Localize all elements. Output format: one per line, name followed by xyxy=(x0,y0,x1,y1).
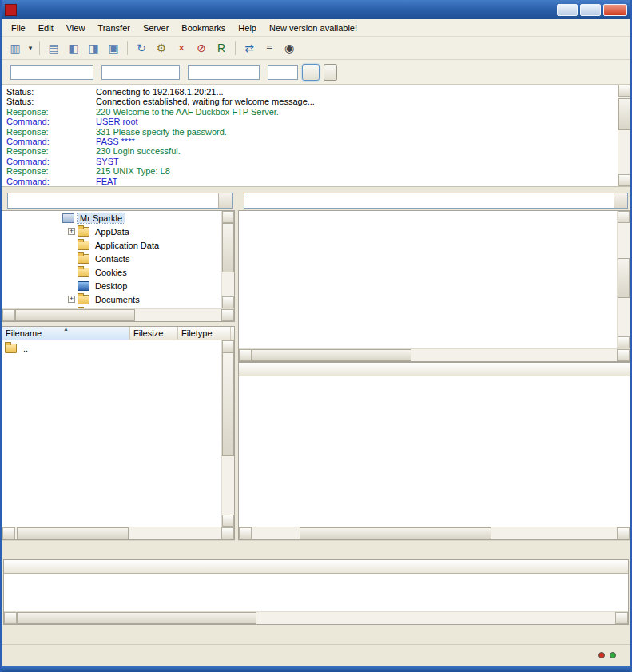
scroll-thumb[interactable] xyxy=(618,258,630,298)
tree-item-label: Cookies xyxy=(93,268,129,277)
scroll-track[interactable] xyxy=(222,223,234,296)
tree-item[interactable]: + AppData xyxy=(2,225,221,238)
scroll-track[interactable] xyxy=(15,527,221,539)
tree-item[interactable]: Contacts xyxy=(2,252,221,265)
quickconnect-button[interactable] xyxy=(302,64,320,81)
local-site-input[interactable] xyxy=(8,193,218,208)
host-input[interactable] xyxy=(10,65,93,80)
local-site-dropdown-icon[interactable] xyxy=(218,193,232,208)
remote-tree-hscrollbar[interactable] xyxy=(239,348,630,361)
remote-tree-toggle-button[interactable]: ◨ xyxy=(84,39,103,57)
scroll-track[interactable] xyxy=(252,349,617,361)
scroll-track[interactable] xyxy=(252,527,617,539)
column-filesize[interactable]: Filesize xyxy=(130,327,178,340)
column-filetype[interactable]: Filetype xyxy=(178,327,231,340)
scroll-thumb[interactable] xyxy=(252,349,411,361)
scroll-left-icon[interactable] xyxy=(239,527,252,539)
close-button[interactable] xyxy=(603,4,627,16)
scroll-thumb[interactable] xyxy=(222,352,234,456)
message-log-toggle-button[interactable]: ▤ xyxy=(44,39,63,57)
scroll-thumb[interactable] xyxy=(300,527,491,539)
local-tree-hscrollbar[interactable] xyxy=(2,308,234,321)
tree-item[interactable]: Desktop xyxy=(2,279,221,292)
scroll-track[interactable] xyxy=(618,97,630,174)
scroll-left-icon[interactable] xyxy=(239,349,252,361)
local-status-text xyxy=(2,540,235,558)
site-manager-button[interactable]: ▥ xyxy=(6,39,25,57)
maximize-button[interactable] xyxy=(580,4,601,16)
port-input[interactable] xyxy=(268,65,298,80)
scroll-track[interactable] xyxy=(222,352,234,515)
scroll-down-icon[interactable] xyxy=(618,336,630,348)
process-queue-button[interactable]: ⚙ xyxy=(152,39,171,57)
column-filename[interactable]: Filename ▲ xyxy=(2,327,130,340)
scroll-down-icon[interactable] xyxy=(618,174,630,186)
menu-bookmarks[interactable]: Bookmarks xyxy=(175,21,232,35)
remote-list-hscrollbar[interactable] xyxy=(239,527,630,539)
scroll-up-icon[interactable] xyxy=(222,340,234,352)
menu-server[interactable]: Server xyxy=(137,21,175,35)
minimize-button[interactable] xyxy=(557,4,578,16)
scroll-up-icon[interactable] xyxy=(618,85,630,97)
tree-item[interactable]: Mr Sparkle xyxy=(2,211,221,225)
menu-help[interactable]: Help xyxy=(232,21,263,35)
log-label: Response: xyxy=(6,127,96,137)
scroll-thumb[interactable] xyxy=(15,309,135,321)
find-files-button[interactable]: ◉ xyxy=(280,39,299,57)
local-list-vscrollbar[interactable] xyxy=(221,340,234,527)
reconnect-button[interactable]: R xyxy=(212,39,231,57)
menu-transfer[interactable]: Transfer xyxy=(91,21,137,35)
scroll-right-icon[interactable] xyxy=(221,527,234,539)
local-tree-toggle-button[interactable]: ◧ xyxy=(64,39,83,57)
scroll-right-icon[interactable] xyxy=(617,349,630,361)
expander-icon[interactable]: + xyxy=(68,296,75,303)
tree-item[interactable]: Application Data xyxy=(2,238,221,252)
scroll-track[interactable] xyxy=(618,223,630,336)
menu-edit[interactable]: Edit xyxy=(32,21,60,35)
scroll-thumb[interactable] xyxy=(17,527,129,539)
queue-hscrollbar[interactable] xyxy=(4,611,628,624)
synchronized-browsing-button[interactable]: ⇄ xyxy=(240,39,259,57)
local-file-list: Filename ▲ Filesize Filetype xyxy=(2,326,235,540)
password-input[interactable] xyxy=(188,65,260,80)
username-input[interactable] xyxy=(101,65,180,80)
scroll-left-icon[interactable] xyxy=(2,527,15,539)
log-line: Command: USER root xyxy=(6,117,618,126)
remote-pane xyxy=(238,191,630,558)
directory-comparison-button[interactable]: ≡ xyxy=(260,39,279,57)
tree-item[interactable]: + Documents xyxy=(2,292,221,306)
scroll-left-icon[interactable] xyxy=(4,612,17,624)
scroll-down-icon[interactable] xyxy=(222,515,234,527)
scroll-left-icon[interactable] xyxy=(2,309,15,321)
scroll-thumb[interactable] xyxy=(222,223,234,272)
menu-file[interactable]: File xyxy=(5,21,32,35)
quickconnect-dropdown-button[interactable] xyxy=(324,64,337,81)
remote-tree-vscrollbar[interactable] xyxy=(617,211,630,348)
disconnect-button[interactable]: ⊘ xyxy=(192,39,211,57)
scroll-right-icon[interactable] xyxy=(615,612,628,624)
queue-toggle-button[interactable]: ▣ xyxy=(104,39,123,57)
scroll-thumb[interactable] xyxy=(17,612,256,624)
scroll-thumb[interactable] xyxy=(618,98,630,130)
menu-new-version[interactable]: New version available! xyxy=(263,21,364,35)
scroll-right-icon[interactable] xyxy=(221,309,234,321)
scroll-track[interactable] xyxy=(15,309,221,321)
tree-item[interactable]: Cookies xyxy=(2,265,221,279)
scroll-up-icon[interactable] xyxy=(222,211,234,223)
refresh-button[interactable]: ↻ xyxy=(132,39,151,57)
local-list-hscrollbar[interactable] xyxy=(2,527,234,539)
scroll-track[interactable] xyxy=(17,612,615,624)
remote-site-input[interactable] xyxy=(244,193,614,208)
expander-icon[interactable]: + xyxy=(68,228,75,235)
site-manager-dropdown-button[interactable]: ▾ xyxy=(26,39,35,57)
menu-view[interactable]: View xyxy=(60,21,92,35)
scroll-down-icon[interactable] xyxy=(222,296,234,308)
..[interactable]: .. xyxy=(2,340,221,356)
scroll-up-icon[interactable] xyxy=(618,211,630,223)
remote-site-dropdown-icon[interactable] xyxy=(614,193,627,208)
local-tree-vscrollbar[interactable] xyxy=(221,211,234,308)
filezilla-window: FileEditViewTransferServerBookmarksHelpN… xyxy=(0,0,632,672)
log-scrollbar[interactable] xyxy=(618,85,630,186)
scroll-right-icon[interactable] xyxy=(617,527,630,539)
cancel-button[interactable]: × xyxy=(172,39,191,57)
